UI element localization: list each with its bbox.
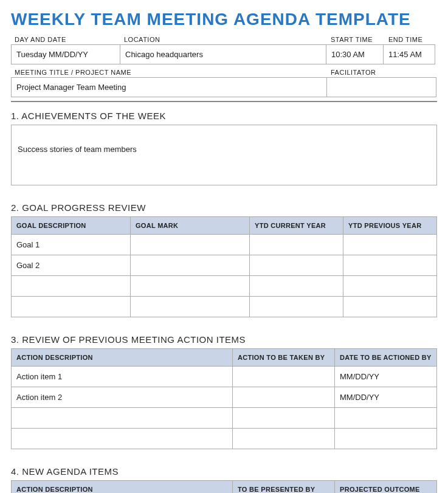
- field-location[interactable]: Chicago headquarters: [120, 44, 326, 64]
- table-row: Goal 1: [12, 235, 437, 255]
- label-start-time: START TIME: [327, 34, 385, 44]
- field-meeting-title[interactable]: Project Manager Team Meeting: [11, 77, 327, 97]
- cell-goal-desc[interactable]: Goal 1: [12, 235, 131, 255]
- divider: [11, 101, 437, 102]
- cell-action-by[interactable]: [233, 387, 335, 408]
- new-agenda-table: ACTION DESCRIPTION TO BE PRESENTED BY PR…: [11, 480, 437, 493]
- cell-action-date[interactable]: [335, 429, 437, 449]
- th-agenda-outcome: PROJECTED OUTCOME: [335, 481, 437, 494]
- info-labels-row: DAY AND DATE LOCATION START TIME END TIM…: [11, 34, 437, 44]
- th-agenda-desc: ACTION DESCRIPTION: [12, 481, 233, 494]
- cell-action-desc[interactable]: [12, 408, 233, 429]
- cell-action-date[interactable]: MM/DD/YY: [335, 387, 437, 408]
- field-end-time[interactable]: 11:45 AM: [383, 44, 435, 64]
- cell-action-desc[interactable]: Action item 2: [12, 387, 233, 408]
- table-row: Action item 1 MM/DD/YY: [12, 367, 437, 387]
- cell-ytd-curr[interactable]: [250, 235, 343, 255]
- cell-ytd-curr[interactable]: [250, 255, 343, 276]
- cell-action-date[interactable]: MM/DD/YY: [335, 367, 437, 387]
- th-action-desc: ACTION DESCRIPTION: [12, 349, 233, 367]
- table-row: [12, 408, 437, 429]
- cell-goal-mark[interactable]: [131, 297, 250, 317]
- table-row: [12, 276, 437, 297]
- goal-progress-table: GOAL DESCRIPTION GOAL MARK YTD CURRENT Y…: [11, 216, 437, 317]
- cell-ytd-prev[interactable]: [343, 276, 437, 297]
- th-goal-mark: GOAL MARK: [131, 217, 250, 235]
- cell-goal-mark[interactable]: [131, 276, 250, 297]
- previous-action-table: ACTION DESCRIPTION ACTION TO BE TAKEN BY…: [11, 348, 437, 449]
- cell-goal-desc[interactable]: [12, 276, 131, 297]
- cell-goal-mark[interactable]: [131, 255, 250, 276]
- table-row: [12, 429, 437, 449]
- cell-action-by[interactable]: [233, 367, 335, 387]
- cell-ytd-prev[interactable]: [343, 297, 437, 317]
- cell-action-by[interactable]: [233, 429, 335, 449]
- section1-heading: 1. ACHIEVEMENTS OF THE WEEK: [11, 111, 437, 121]
- cell-action-desc[interactable]: Action item 1: [12, 367, 233, 387]
- label-end-time: END TIME: [385, 34, 436, 44]
- field-start-time[interactable]: 10:30 AM: [326, 44, 384, 64]
- cell-ytd-curr[interactable]: [250, 276, 343, 297]
- table-row: Action item 2 MM/DD/YY: [12, 387, 437, 408]
- label-day-date: DAY AND DATE: [11, 34, 120, 44]
- table-row: [12, 297, 437, 317]
- cell-ytd-prev[interactable]: [343, 235, 437, 255]
- label-meeting-title: MEETING TITLE / PROJECT NAME: [11, 67, 327, 77]
- th-action-date: DATE TO BE ACTIONED BY: [335, 349, 437, 367]
- achievements-box[interactable]: Success stories of team members: [11, 125, 437, 185]
- th-ytd-current: YTD CURRENT YEAR: [250, 217, 343, 235]
- cell-goal-mark[interactable]: [131, 235, 250, 255]
- th-goal-desc: GOAL DESCRIPTION: [12, 217, 131, 235]
- cell-ytd-curr[interactable]: [250, 297, 343, 317]
- info-values-row: Tuesday MM/DD/YY Chicago headquarters 10…: [11, 44, 437, 64]
- section4-heading: 4. NEW AGENDA ITEMS: [11, 466, 437, 477]
- meeting-labels-row: MEETING TITLE / PROJECT NAME FACILITATOR: [11, 67, 437, 77]
- label-facilitator: FACILITATOR: [327, 67, 436, 77]
- cell-action-by[interactable]: [233, 408, 335, 429]
- table-row: Goal 2: [12, 255, 437, 276]
- th-action-by: ACTION TO BE TAKEN BY: [233, 349, 335, 367]
- cell-action-date[interactable]: [335, 408, 437, 429]
- cell-goal-desc[interactable]: Goal 2: [12, 255, 131, 276]
- meeting-values-row: Project Manager Team Meeting: [11, 77, 437, 97]
- field-day-date[interactable]: Tuesday MM/DD/YY: [11, 44, 120, 64]
- label-location: LOCATION: [120, 34, 327, 44]
- cell-goal-desc[interactable]: [12, 297, 131, 317]
- cell-ytd-prev[interactable]: [343, 255, 437, 276]
- cell-action-desc[interactable]: [12, 429, 233, 449]
- section3-heading: 3. REVIEW OF PREVIOUS MEETING ACTION ITE…: [11, 334, 437, 345]
- field-facilitator[interactable]: [326, 77, 436, 97]
- th-ytd-previous: YTD PREVIOUS YEAR: [343, 217, 437, 235]
- th-agenda-by: TO BE PRESENTED BY: [233, 481, 335, 494]
- section2-heading: 2. GOAL PROGRESS REVIEW: [11, 202, 437, 213]
- page-title: WEEKLY TEAM MEETING AGENDA TEMPLATE: [11, 10, 437, 29]
